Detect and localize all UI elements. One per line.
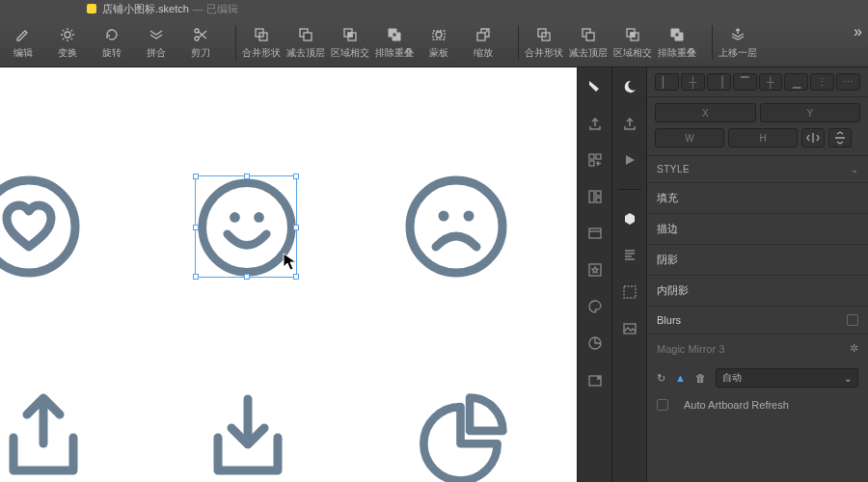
size-w-field[interactable]: W <box>655 128 724 147</box>
svg-point-21 <box>203 183 292 273</box>
side-rail-export <box>577 67 611 482</box>
align-vcenter-button[interactable]: ┼ <box>759 73 783 91</box>
canvas[interactable] <box>0 67 577 482</box>
auto-artboard-refresh-row[interactable]: Auto Artboard Refresh <box>647 393 868 416</box>
blurs-checkbox[interactable] <box>847 314 858 326</box>
rail-knife-icon[interactable] <box>583 75 607 98</box>
rail-paragraph-icon[interactable] <box>618 244 641 267</box>
position-y-field[interactable]: Y <box>760 103 861 122</box>
rail-play-icon[interactable] <box>618 148 641 172</box>
svg-rect-31 <box>596 191 601 196</box>
rail-star-icon[interactable] <box>583 258 607 281</box>
canvas-shape-heart-circle[interactable] <box>0 174 82 280</box>
svg-rect-33 <box>589 228 601 238</box>
tool-intersect-2[interactable]: 区域相交 <box>611 21 654 64</box>
size-h-field[interactable]: H <box>728 128 798 147</box>
rail-separator <box>618 189 641 190</box>
tool-scissors[interactable]: 剪刀 <box>179 21 222 64</box>
rail-artboard-icon[interactable] <box>583 222 607 245</box>
canvas-shape-pie-chart[interactable] <box>410 388 511 482</box>
style-section-header[interactable]: STYLE ⌄ <box>647 155 868 182</box>
auto-refresh-checkbox[interactable] <box>657 399 668 411</box>
flip-h-button[interactable] <box>801 128 825 147</box>
distribute-h-button[interactable]: ⋮ <box>810 73 834 91</box>
tool-transform[interactable]: 变换 <box>46 21 89 64</box>
toolbar-separator <box>712 25 713 60</box>
union-icon <box>534 25 554 44</box>
tool-subtract-2[interactable]: 减去顶层 <box>567 21 610 64</box>
canvas-shape-sad[interactable] <box>403 174 509 280</box>
sketch-doc-icon <box>87 4 96 13</box>
svg-rect-28 <box>596 154 601 159</box>
rail-upload-icon[interactable] <box>583 112 607 135</box>
tool-exclude-2[interactable]: 排除重叠 <box>656 21 698 64</box>
flip-icon[interactable]: ▲ <box>675 372 686 384</box>
magic-mirror-mode-select[interactable]: 自动⌄ <box>716 368 858 388</box>
exclude-icon <box>667 25 687 44</box>
toolbar-separator <box>518 25 519 60</box>
canvas-shape-download[interactable] <box>195 386 301 482</box>
svg-point-0 <box>65 32 70 38</box>
svg-point-1 <box>195 29 199 33</box>
rail-export-icon[interactable] <box>583 368 607 391</box>
tool-edit[interactable]: 编辑 <box>2 21 44 64</box>
rail-marquee-icon[interactable] <box>618 281 641 304</box>
svg-point-25 <box>439 211 449 222</box>
tool-union-2[interactable]: 合并形状 <box>523 21 565 64</box>
tool-rotate[interactable]: 旋转 <box>91 21 133 64</box>
position-x-field[interactable]: X <box>655 103 756 122</box>
align-bottom-button[interactable]: ▁ <box>784 73 808 91</box>
svg-rect-9 <box>348 33 352 37</box>
style-inner-shadow-row[interactable]: 内阴影 <box>647 275 868 306</box>
align-top-button[interactable]: ▔ <box>733 73 757 91</box>
align-right-button[interactable]: ▕ <box>707 73 731 91</box>
flatten-icon <box>147 25 166 44</box>
magic-mirror-header[interactable]: Magic Mirror 3 ✲ <box>647 334 868 362</box>
distribute-v-button[interactable]: ⋯ <box>836 73 860 91</box>
canvas-shape-upload[interactable] <box>0 386 96 482</box>
toolbar-overflow-icon[interactable]: » <box>854 23 862 40</box>
tool-exclude[interactable]: 排除重叠 <box>373 21 416 64</box>
align-hcenter-button[interactable]: ┼ <box>681 73 705 91</box>
trash-icon[interactable]: 🗑 <box>695 372 706 384</box>
rail-image-icon[interactable] <box>618 317 641 340</box>
refresh-icon[interactable]: ↻ <box>657 372 665 385</box>
svg-rect-16 <box>586 33 594 40</box>
style-shadow-row[interactable]: 阴影 <box>647 244 868 275</box>
svg-rect-19 <box>631 33 635 37</box>
rail-layout-icon[interactable] <box>583 185 607 208</box>
tool-bring-forward[interactable]: 上移一层 <box>717 21 759 64</box>
rotate-icon <box>102 25 122 44</box>
style-fill-row[interactable]: 填充 <box>647 182 868 213</box>
side-rail-tools <box>611 67 646 482</box>
style-blurs-row[interactable]: Blurs <box>647 306 868 334</box>
flip-v-button[interactable] <box>828 128 852 147</box>
tool-flatten[interactable]: 拼合 <box>135 21 177 64</box>
rail-moon-icon[interactable] <box>618 75 641 98</box>
align-controls: ▏ ┼ ▕ ▔ ┼ ▁ ⋮ ⋯ <box>647 67 868 97</box>
svg-point-2 <box>195 37 199 40</box>
gear-icon[interactable]: ✲ <box>850 342 858 355</box>
svg-point-22 <box>230 212 240 223</box>
tool-intersect[interactable]: 区域相交 <box>329 21 371 64</box>
rail-palette-icon[interactable] <box>583 295 607 318</box>
tool-mask[interactable]: 蒙板 <box>418 21 460 64</box>
rail-upload-icon[interactable] <box>618 112 641 135</box>
svg-rect-37 <box>624 286 636 298</box>
bring-forward-icon <box>728 25 747 44</box>
rail-hexagon-icon[interactable] <box>618 207 641 230</box>
svg-rect-30 <box>589 191 594 202</box>
magic-mirror-actions: ↻ ▲ 🗑 自动⌄ <box>647 362 868 393</box>
svg-rect-29 <box>589 161 594 166</box>
tool-scale[interactable]: 缩放 <box>462 21 504 64</box>
align-left-button[interactable]: ▏ <box>655 73 679 91</box>
rail-pie-icon[interactable] <box>583 332 607 355</box>
select-chevron-icon: ⌄ <box>844 373 852 384</box>
tool-subtract[interactable]: 减去顶层 <box>285 21 327 64</box>
tool-union[interactable]: 合并形状 <box>240 21 283 64</box>
union-icon <box>252 25 271 44</box>
canvas-shape-smile-selected[interactable] <box>195 175 297 278</box>
scale-icon <box>474 25 493 44</box>
style-border-row[interactable]: 描边 <box>647 213 868 244</box>
rail-grid-add-icon[interactable] <box>583 148 607 172</box>
